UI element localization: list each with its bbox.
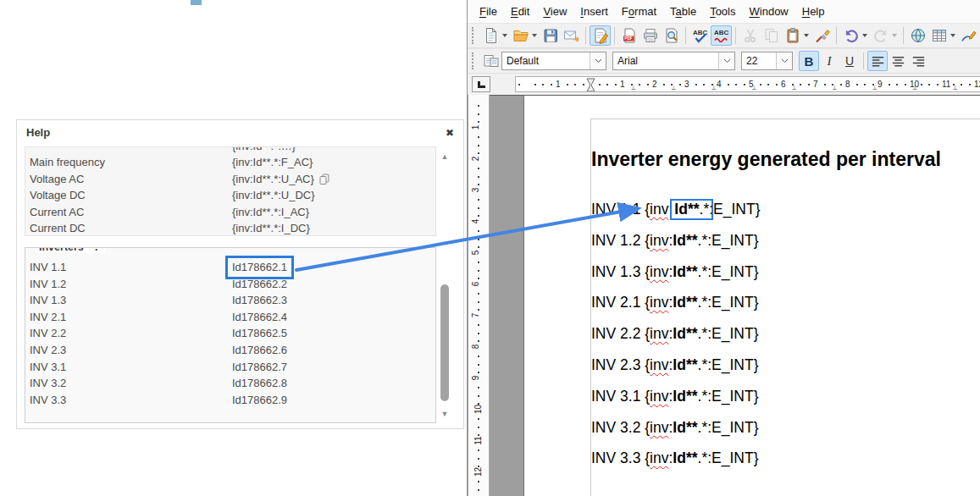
- inverter-row: INV 1.3Id178662.3: [25, 292, 435, 309]
- tab-stop-mark: ⊥: [953, 85, 958, 91]
- save-button[interactable]: [540, 25, 561, 46]
- menu-help[interactable]: Help: [795, 3, 832, 20]
- placeholder-id-bold: Id**: [673, 449, 697, 466]
- spelling-button[interactable]: ABC: [689, 25, 711, 46]
- undo-button[interactable]: [840, 25, 861, 46]
- scrollbar-thumb[interactable]: [440, 284, 449, 401]
- scroll-up-icon[interactable]: ▲: [440, 152, 450, 162]
- menu-tools[interactable]: Tools: [703, 3, 742, 20]
- bold-button[interactable]: B: [799, 51, 819, 71]
- misspelled-word: inv: [650, 294, 668, 311]
- ruler-number: 11: [473, 436, 483, 444]
- ruler-number: 9: [471, 376, 480, 381]
- menu-insert[interactable]: Insert: [573, 3, 615, 20]
- ruler-tick: [478, 199, 479, 201]
- inverter-row: INV 1.1Id178662.1: [25, 259, 435, 276]
- ruler-number: 3: [471, 188, 480, 193]
- vertical-ruler[interactable]: 123456789101112: [468, 95, 490, 496]
- ruler-tick: [889, 84, 890, 85]
- menu-file[interactable]: File: [473, 3, 504, 20]
- tab-stop-selector[interactable]: [472, 76, 490, 92]
- scroll-down-icon[interactable]: ▼: [440, 409, 450, 419]
- placeholder-id-bold: Id**: [673, 356, 697, 373]
- draw-functions-button[interactable]: [958, 25, 979, 46]
- ruler-tick: [478, 230, 479, 232]
- horizontal-ruler[interactable]: 1123456789101112⊥⊥⊥⊥⊥⊥⊥⊥⊥: [515, 76, 980, 92]
- menu-edit[interactable]: Edit: [504, 3, 536, 20]
- misspelled-word: inv: [650, 419, 668, 436]
- ruler-number: 1: [556, 80, 561, 89]
- insert-table-dropdown-icon[interactable]: [950, 34, 955, 37]
- text-boundary-top: [590, 118, 980, 119]
- export-pdf-button[interactable]: PDF: [618, 25, 639, 46]
- font-name-combo[interactable]: Arial: [612, 52, 735, 70]
- paragraph-style-combo[interactable]: Default: [501, 52, 606, 70]
- align-center-button[interactable]: [888, 51, 908, 71]
- close-icon[interactable]: ✖: [442, 125, 457, 141]
- new-document-button[interactable]: [480, 25, 501, 46]
- tab-stop-mark: ⊥: [711, 85, 717, 91]
- ruler-tick: [969, 84, 971, 85]
- email-document-button[interactable]: [561, 25, 582, 46]
- paste-dropdown-icon[interactable]: [804, 34, 809, 37]
- document-line[interactable]: INV 3.3 {inv:Id**.*:E_INT}: [591, 449, 759, 467]
- cut-button[interactable]: [739, 25, 761, 46]
- menu-window[interactable]: Window: [743, 3, 795, 20]
- copy-icon[interactable]: [314, 173, 329, 185]
- italic-button[interactable]: I: [819, 51, 839, 71]
- redo-button[interactable]: [870, 25, 891, 46]
- ruler-tick: [478, 145, 479, 146]
- document-line[interactable]: INV 3.1 {inv:Id**.*:E_INT}: [591, 388, 759, 405]
- copy-button[interactable]: [761, 25, 782, 46]
- document-line[interactable]: INV 2.3 {inv:Id**.*:E_INT}: [591, 356, 759, 374]
- document-line[interactable]: INV 1.3 {inv:Id**.*:E_INT}: [591, 263, 759, 281]
- inverter-id-value: Id178662.9: [232, 392, 287, 409]
- auto-spellcheck-button[interactable]: ABC: [711, 25, 732, 46]
- align-right-button[interactable]: [908, 51, 928, 71]
- undo-dropdown-icon[interactable]: [862, 34, 867, 37]
- toolbar-grip[interactable]: [472, 27, 476, 44]
- ruler-tick: [728, 84, 729, 85]
- document-line[interactable]: INV 1.1 {inv:Id**.*:E_INT}: [591, 201, 761, 218]
- paste-button[interactable]: [782, 25, 803, 46]
- menu-view[interactable]: View: [536, 3, 573, 20]
- toolbar-separator: [836, 27, 837, 44]
- ruler-tick: [478, 395, 479, 397]
- menu-format[interactable]: Format: [615, 3, 663, 20]
- document-line[interactable]: INV 2.2 {inv:Id**.*:E_INT}: [591, 325, 759, 343]
- ruler-number: 7: [471, 313, 480, 318]
- toolbar-grip[interactable]: [472, 52, 476, 69]
- redo-dropdown-icon[interactable]: [892, 34, 897, 37]
- document-page[interactable]: Inverter energy generated per interval I…: [523, 96, 980, 496]
- hyperlink-button[interactable]: [907, 25, 928, 46]
- ruler-tick: [679, 84, 681, 85]
- chevron-down-icon[interactable]: [718, 52, 734, 69]
- ruler-tick: [735, 84, 737, 85]
- toolbar-separator: [903, 27, 904, 44]
- print-preview-button[interactable]: [661, 25, 682, 46]
- ruler-tick: [856, 84, 858, 85]
- parameter-row: Current DC{inv:Id**.*:I_DC}: [25, 220, 435, 236]
- document-line[interactable]: INV 2.1 {inv:Id**.*:E_INT}: [591, 294, 759, 311]
- edit-mode-button[interactable]: [590, 25, 611, 46]
- new-document-dropdown-icon[interactable]: [502, 34, 507, 37]
- print-button[interactable]: [639, 25, 661, 46]
- document-heading: Inverter energy generated per interval: [591, 148, 941, 171]
- clone-formatting-button[interactable]: [811, 25, 833, 46]
- document-line[interactable]: INV 3.2 {inv:Id**.*:E_INT}: [591, 419, 759, 437]
- underline-button[interactable]: U: [839, 51, 860, 71]
- font-size-combo[interactable]: 22: [741, 52, 793, 70]
- indent-marker[interactable]: [586, 78, 595, 92]
- styles-panel-button[interactable]: [480, 51, 501, 71]
- open-dropdown-icon[interactable]: [532, 34, 537, 37]
- insert-table-button[interactable]: [928, 25, 950, 46]
- chevron-down-icon[interactable]: [776, 52, 792, 69]
- open-button[interactable]: [510, 25, 531, 46]
- ruler-tick: [478, 168, 479, 169]
- align-left-button[interactable]: [867, 51, 888, 71]
- clipped-browser-artifact: [191, 0, 202, 5]
- document-line[interactable]: INV 1.2 {inv:Id**.*:E_INT}: [591, 232, 759, 250]
- chevron-down-icon[interactable]: [590, 52, 606, 69]
- menu-table[interactable]: Table: [663, 3, 703, 20]
- ruler-number: 5: [471, 251, 480, 256]
